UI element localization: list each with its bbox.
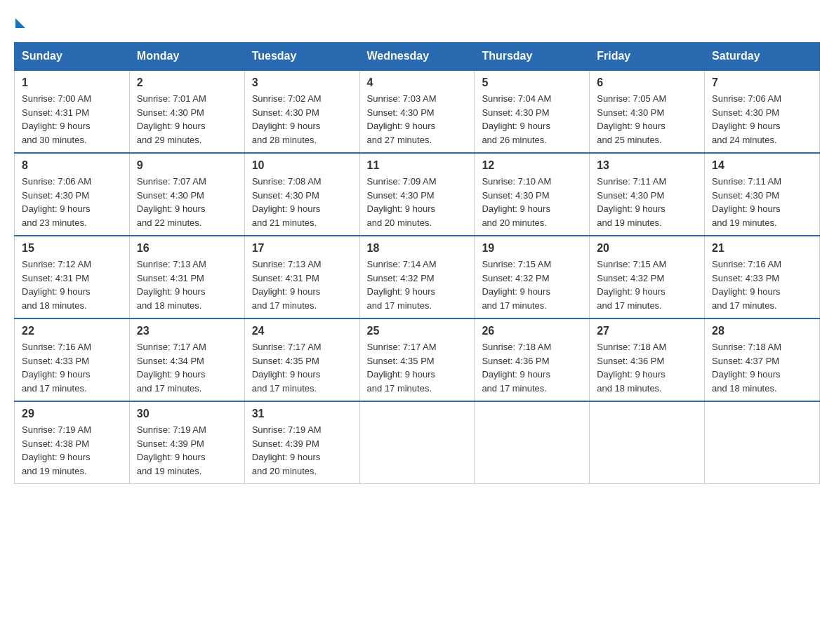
day-cell: 11 Sunrise: 7:09 AM Sunset: 4:30 PM Dayl… bbox=[359, 153, 475, 236]
day-cell bbox=[590, 401, 705, 484]
day-number: 31 bbox=[252, 408, 352, 420]
day-cell: 26 Sunrise: 7:18 AM Sunset: 4:36 PM Dayl… bbox=[475, 318, 590, 401]
weekday-header-monday: Monday bbox=[129, 43, 244, 71]
day-info: Sunrise: 7:19 AM Sunset: 4:38 PM Dayligh… bbox=[22, 423, 122, 478]
day-cell: 16 Sunrise: 7:13 AM Sunset: 4:31 PM Dayl… bbox=[129, 236, 244, 318]
day-cell: 23 Sunrise: 7:17 AM Sunset: 4:34 PM Dayl… bbox=[129, 318, 244, 401]
day-number: 22 bbox=[22, 325, 122, 337]
calendar-header: SundayMondayTuesdayWednesdayThursdayFrid… bbox=[15, 43, 820, 71]
day-info: Sunrise: 7:04 AM Sunset: 4:30 PM Dayligh… bbox=[482, 92, 582, 147]
day-info: Sunrise: 7:07 AM Sunset: 4:30 PM Dayligh… bbox=[137, 175, 237, 229]
day-cell: 5 Sunrise: 7:04 AM Sunset: 4:30 PM Dayli… bbox=[475, 70, 590, 153]
day-number: 8 bbox=[22, 159, 122, 172]
weekday-header-sunday: Sunday bbox=[15, 43, 130, 71]
day-cell: 2 Sunrise: 7:01 AM Sunset: 4:30 PM Dayli… bbox=[129, 70, 244, 153]
day-cell: 28 Sunrise: 7:18 AM Sunset: 4:37 PM Dayl… bbox=[705, 318, 820, 401]
day-number: 14 bbox=[712, 159, 812, 172]
day-cell: 14 Sunrise: 7:11 AM Sunset: 4:30 PM Dayl… bbox=[705, 153, 820, 236]
weekday-header-wednesday: Wednesday bbox=[359, 43, 475, 71]
day-info: Sunrise: 7:06 AM Sunset: 4:30 PM Dayligh… bbox=[22, 175, 122, 229]
day-number: 18 bbox=[367, 242, 468, 255]
day-cell: 10 Sunrise: 7:08 AM Sunset: 4:30 PM Dayl… bbox=[244, 153, 359, 236]
day-info: Sunrise: 7:18 AM Sunset: 4:37 PM Dayligh… bbox=[712, 340, 812, 395]
day-info: Sunrise: 7:19 AM Sunset: 4:39 PM Dayligh… bbox=[252, 423, 352, 478]
day-info: Sunrise: 7:15 AM Sunset: 4:32 PM Dayligh… bbox=[482, 257, 582, 312]
day-cell: 27 Sunrise: 7:18 AM Sunset: 4:36 PM Dayl… bbox=[590, 318, 705, 401]
logo bbox=[14, 14, 25, 28]
day-cell: 22 Sunrise: 7:16 AM Sunset: 4:33 PM Dayl… bbox=[15, 318, 130, 401]
calendar-table: SundayMondayTuesdayWednesdayThursdayFrid… bbox=[14, 42, 820, 484]
day-info: Sunrise: 7:08 AM Sunset: 4:30 PM Dayligh… bbox=[252, 175, 352, 229]
day-info: Sunrise: 7:06 AM Sunset: 4:30 PM Dayligh… bbox=[712, 92, 812, 147]
weekday-header-tuesday: Tuesday bbox=[244, 43, 359, 71]
day-number: 1 bbox=[22, 76, 122, 89]
day-info: Sunrise: 7:09 AM Sunset: 4:30 PM Dayligh… bbox=[367, 175, 468, 229]
day-number: 21 bbox=[712, 242, 812, 255]
day-cell: 25 Sunrise: 7:17 AM Sunset: 4:35 PM Dayl… bbox=[359, 318, 475, 401]
day-info: Sunrise: 7:05 AM Sunset: 4:30 PM Dayligh… bbox=[597, 92, 697, 147]
day-cell: 15 Sunrise: 7:12 AM Sunset: 4:31 PM Dayl… bbox=[15, 236, 130, 318]
weekday-header-saturday: Saturday bbox=[705, 43, 820, 71]
day-cell bbox=[705, 401, 820, 484]
day-number: 27 bbox=[597, 325, 697, 337]
weekday-row: SundayMondayTuesdayWednesdayThursdayFrid… bbox=[15, 43, 820, 71]
day-info: Sunrise: 7:17 AM Sunset: 4:34 PM Dayligh… bbox=[137, 340, 237, 395]
day-info: Sunrise: 7:16 AM Sunset: 4:33 PM Dayligh… bbox=[712, 257, 812, 312]
day-number: 19 bbox=[482, 242, 582, 255]
day-info: Sunrise: 7:17 AM Sunset: 4:35 PM Dayligh… bbox=[367, 340, 468, 395]
day-number: 5 bbox=[482, 76, 582, 89]
day-cell: 21 Sunrise: 7:16 AM Sunset: 4:33 PM Dayl… bbox=[705, 236, 820, 318]
day-info: Sunrise: 7:17 AM Sunset: 4:35 PM Dayligh… bbox=[252, 340, 352, 395]
weekday-header-friday: Friday bbox=[590, 43, 705, 71]
day-cell: 24 Sunrise: 7:17 AM Sunset: 4:35 PM Dayl… bbox=[244, 318, 359, 401]
day-number: 13 bbox=[597, 159, 697, 172]
logo-arrow-icon bbox=[15, 18, 25, 28]
day-cell: 3 Sunrise: 7:02 AM Sunset: 4:30 PM Dayli… bbox=[244, 70, 359, 153]
week-row-4: 22 Sunrise: 7:16 AM Sunset: 4:33 PM Dayl… bbox=[15, 318, 820, 401]
day-cell: 9 Sunrise: 7:07 AM Sunset: 4:30 PM Dayli… bbox=[129, 153, 244, 236]
day-info: Sunrise: 7:18 AM Sunset: 4:36 PM Dayligh… bbox=[597, 340, 697, 395]
day-info: Sunrise: 7:02 AM Sunset: 4:30 PM Dayligh… bbox=[252, 92, 352, 147]
day-info: Sunrise: 7:18 AM Sunset: 4:36 PM Dayligh… bbox=[482, 340, 582, 395]
week-row-2: 8 Sunrise: 7:06 AM Sunset: 4:30 PM Dayli… bbox=[15, 153, 820, 236]
day-number: 28 bbox=[712, 325, 812, 337]
day-cell: 6 Sunrise: 7:05 AM Sunset: 4:30 PM Dayli… bbox=[590, 70, 705, 153]
day-cell: 12 Sunrise: 7:10 AM Sunset: 4:30 PM Dayl… bbox=[475, 153, 590, 236]
header bbox=[14, 14, 820, 28]
day-cell bbox=[359, 401, 475, 484]
week-row-1: 1 Sunrise: 7:00 AM Sunset: 4:31 PM Dayli… bbox=[15, 70, 820, 153]
day-number: 12 bbox=[482, 159, 582, 172]
day-cell: 13 Sunrise: 7:11 AM Sunset: 4:30 PM Dayl… bbox=[590, 153, 705, 236]
day-cell: 18 Sunrise: 7:14 AM Sunset: 4:32 PM Dayl… bbox=[359, 236, 475, 318]
day-cell: 31 Sunrise: 7:19 AM Sunset: 4:39 PM Dayl… bbox=[244, 401, 359, 484]
day-number: 4 bbox=[367, 76, 468, 89]
day-cell bbox=[475, 401, 590, 484]
day-number: 16 bbox=[137, 242, 237, 255]
day-info: Sunrise: 7:12 AM Sunset: 4:31 PM Dayligh… bbox=[22, 257, 122, 312]
day-info: Sunrise: 7:13 AM Sunset: 4:31 PM Dayligh… bbox=[137, 257, 237, 312]
day-number: 23 bbox=[137, 325, 237, 337]
day-number: 25 bbox=[367, 325, 468, 337]
day-number: 24 bbox=[252, 325, 352, 337]
day-info: Sunrise: 7:11 AM Sunset: 4:30 PM Dayligh… bbox=[597, 175, 697, 229]
day-cell: 30 Sunrise: 7:19 AM Sunset: 4:39 PM Dayl… bbox=[129, 401, 244, 484]
day-info: Sunrise: 7:10 AM Sunset: 4:30 PM Dayligh… bbox=[482, 175, 582, 229]
day-info: Sunrise: 7:01 AM Sunset: 4:30 PM Dayligh… bbox=[137, 92, 237, 147]
day-info: Sunrise: 7:00 AM Sunset: 4:31 PM Dayligh… bbox=[22, 92, 122, 147]
day-cell: 29 Sunrise: 7:19 AM Sunset: 4:38 PM Dayl… bbox=[15, 401, 130, 484]
day-number: 26 bbox=[482, 325, 582, 337]
day-cell: 8 Sunrise: 7:06 AM Sunset: 4:30 PM Dayli… bbox=[15, 153, 130, 236]
day-cell: 4 Sunrise: 7:03 AM Sunset: 4:30 PM Dayli… bbox=[359, 70, 475, 153]
day-cell: 1 Sunrise: 7:00 AM Sunset: 4:31 PM Dayli… bbox=[15, 70, 130, 153]
day-info: Sunrise: 7:03 AM Sunset: 4:30 PM Dayligh… bbox=[367, 92, 468, 147]
day-number: 2 bbox=[137, 76, 237, 89]
weekday-header-thursday: Thursday bbox=[475, 43, 590, 71]
day-number: 10 bbox=[252, 159, 352, 172]
day-info: Sunrise: 7:13 AM Sunset: 4:31 PM Dayligh… bbox=[252, 257, 352, 312]
day-number: 3 bbox=[252, 76, 352, 89]
day-number: 15 bbox=[22, 242, 122, 255]
day-info: Sunrise: 7:19 AM Sunset: 4:39 PM Dayligh… bbox=[137, 423, 237, 478]
day-info: Sunrise: 7:16 AM Sunset: 4:33 PM Dayligh… bbox=[22, 340, 122, 395]
day-cell: 19 Sunrise: 7:15 AM Sunset: 4:32 PM Dayl… bbox=[475, 236, 590, 318]
day-number: 30 bbox=[137, 408, 237, 420]
